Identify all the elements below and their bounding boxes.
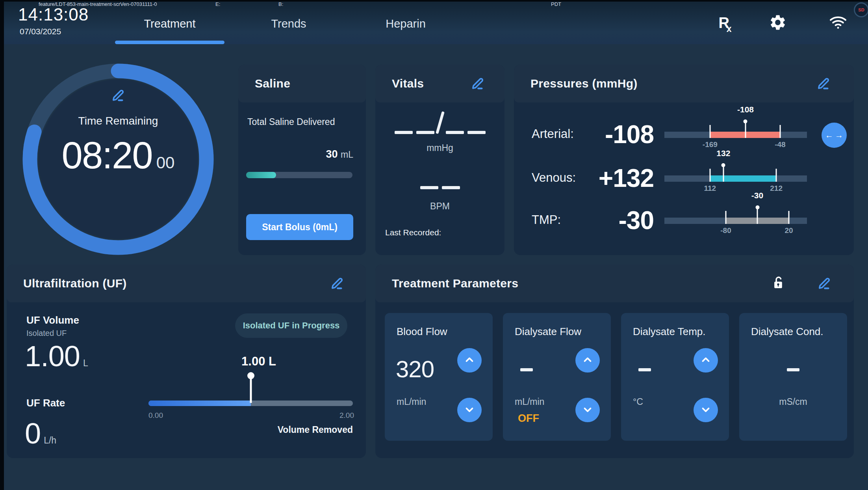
unlock-parameters-button[interactable] [770, 275, 787, 292]
tab-treatment[interactable]: Treatment [144, 17, 195, 30]
dialysate-flow-off-status: OFF [518, 412, 539, 425]
uf-rate-label: UF Rate [26, 397, 65, 409]
chevron-up-icon [700, 354, 712, 367]
gauge-min-tick [725, 211, 727, 224]
saline-card: Saline Total Saline Delivered 30 mL Star… [238, 65, 366, 255]
uf-slider-thumb[interactable] [247, 372, 254, 379]
dialysate-flow-decrease-button[interactable] [575, 398, 600, 422]
dialysate-cond-placeholder-dash [787, 368, 799, 371]
saline-value-number: 30 [326, 148, 338, 160]
dialysate-temp-tile: Dialysate Temp. °C [621, 313, 729, 441]
saline-title: Saline [255, 65, 290, 102]
chevron-down-icon [582, 404, 594, 417]
uf-volume-unit: L [83, 358, 88, 369]
uf-volume-label: UF Volume [26, 314, 79, 326]
screen-top-bezel [0, 0, 868, 2]
wifi-button[interactable] [829, 13, 848, 32]
top-bar: feature/LDT-853-main-treatment-scrVen-07… [0, 0, 868, 44]
hr-dash [420, 186, 438, 189]
saline-progress-fill [246, 172, 276, 178]
gauge-min-tick [709, 125, 710, 138]
start-bolus-button[interactable]: Start Bolus (0mL) [246, 214, 353, 240]
isolated-uf-status-badge: Isolated UF in Progress [235, 313, 347, 338]
volume-removed-label: Volume Removed [278, 425, 353, 435]
wifi-icon [829, 13, 848, 33]
heart-rate-placeholder [375, 186, 504, 189]
bp-dash [446, 131, 464, 134]
edit-parameters-button[interactable] [816, 275, 832, 292]
blood-pressure-placeholder [375, 111, 504, 134]
edit-uf-button[interactable] [328, 275, 345, 292]
edit-vitals-button[interactable] [469, 75, 486, 92]
hr-dash [442, 186, 460, 189]
dialysate-flow-tile: Dialysate Flow mL/min OFF [503, 313, 611, 441]
time-remaining-dial: Time Remaining 08:20 00 [22, 63, 214, 255]
uf-volume-sublabel: Isolated UF [26, 329, 67, 338]
saline-progress-track [246, 172, 352, 178]
arterial-value: -108 [563, 120, 654, 149]
uf-slider-min-label: 0.00 [148, 411, 163, 420]
tab-heparin[interactable]: Heparin [386, 17, 426, 30]
pencil-icon [815, 86, 831, 92]
gauge-marker [745, 121, 746, 138]
uf-rate-number: 0 [25, 417, 41, 450]
chevron-up-icon [464, 354, 475, 367]
gauge-max-tick [776, 169, 777, 182]
blood-flow-decrease-button[interactable] [457, 398, 482, 422]
clock-date: 07/03/2025 [20, 27, 61, 36]
tmp-value: -30 [563, 206, 654, 235]
pencil-icon [329, 286, 345, 292]
edit-pressures-button[interactable] [815, 75, 831, 92]
edit-time-button[interactable] [110, 87, 126, 103]
prescription-rx-button[interactable]: Rx [716, 13, 734, 32]
pressure-range-swap-button[interactable]: ← → [822, 123, 847, 148]
timer-label: Time Remaining [22, 115, 214, 127]
screen-left-bezel [0, 0, 4, 490]
saline-delivered-value: 30 mL [326, 148, 353, 160]
dialysate-flow-increase-button[interactable] [575, 348, 600, 373]
gauge-range-min: -80 [720, 226, 731, 235]
gauge-max-tick [788, 211, 790, 224]
bp-dash [467, 131, 486, 134]
dialysate-cond-tile: Dialysate Cond. mS/cm [739, 313, 847, 441]
settings-button[interactable] [768, 13, 787, 32]
total-saline-delivered-label: Total Saline Delivered [247, 117, 335, 127]
blood-flow-increase-button[interactable] [457, 348, 482, 373]
uf-slider-track[interactable] [148, 401, 353, 406]
uf-slider-value-label: 1.00 L [227, 354, 290, 369]
tp-title: Treatment Parameters [392, 265, 518, 302]
gauge-min-tick [709, 169, 710, 182]
timer-time: 08:20 [62, 134, 152, 177]
venous-gauge: 132 112 212 [664, 143, 807, 190]
treatment-parameters-card: Treatment Parameters Blood Flow 320 mL/m… [375, 265, 854, 458]
gauge-marker-label: -108 [737, 105, 754, 114]
dialysate-temp-decrease-button[interactable] [694, 398, 718, 422]
ultrafiltration-card: Ultrafiltration (UF) UF Volume Isolated … [7, 265, 366, 458]
sd-status-badge: SD [854, 2, 868, 17]
pressures-card: Pressures (mmHg) Arterial: -108 -108 -16… [514, 65, 854, 255]
uf-slider-max-label: 2.00 [339, 411, 354, 420]
pencil-icon [816, 286, 832, 292]
rx-icon: Rx [718, 15, 731, 32]
last-recorded-label: Last Recorded: [385, 228, 441, 237]
gauge-max-tick [779, 125, 781, 138]
blood-flow-value: 320 [396, 356, 434, 383]
uf-title: Ultrafiltration (UF) [23, 265, 127, 302]
pressures-card-header: Pressures (mmHg) [514, 65, 854, 102]
blood-flow-title: Blood Flow [397, 326, 447, 338]
env-label: E: [215, 1, 220, 7]
tab-trends[interactable]: Trends [271, 17, 306, 30]
dialysate-temp-increase-button[interactable] [694, 348, 718, 373]
dialysate-flow-unit: mL/min [515, 397, 544, 407]
bp-dash [416, 131, 434, 134]
arterial-gauge: -108 -169 -48 [664, 99, 807, 147]
gauge-marker [723, 165, 724, 182]
gauge-marker-label: -30 [751, 191, 763, 200]
uf-volume-number: 1.00 [25, 339, 80, 373]
venous-value: +132 [563, 164, 654, 193]
dialysate-temp-title: Dialysate Temp. [633, 326, 706, 338]
dialysate-flow-title: Dialysate Flow [515, 326, 581, 338]
bp-unit-label: mmHg [375, 143, 504, 153]
dialysate-temp-unit: °C [633, 397, 643, 407]
vitals-title: Vitals [392, 65, 424, 102]
